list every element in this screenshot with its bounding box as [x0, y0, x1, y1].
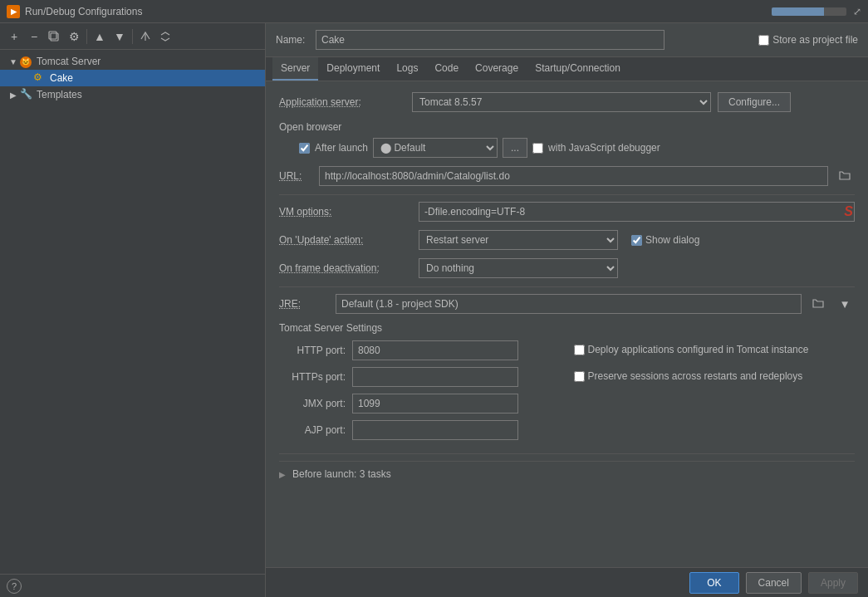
url-label: URL:: [279, 170, 312, 182]
cake-icon: ⚙: [33, 71, 47, 85]
name-input[interactable]: [316, 30, 664, 50]
jmx-port-label: JMX port:: [279, 398, 346, 409]
deploy-check-area: Deploy applications configured in Tomcat…: [574, 344, 809, 355]
sidebar-item-templates[interactable]: ▶ 🔧 Templates: [0, 86, 265, 103]
svg-rect-1: [49, 32, 56, 39]
templates-arrow[interactable]: ▶: [7, 88, 20, 101]
sort-button[interactable]: [156, 27, 174, 46]
browser-row: After launch ⬤ Default ... with JavaScri…: [279, 138, 855, 158]
move-up-button[interactable]: ▲: [91, 27, 109, 46]
tab-logs[interactable]: Logs: [388, 57, 426, 81]
tomcat-server-icon: 🐱: [20, 55, 33, 68]
store-label: Store as project file: [772, 34, 858, 46]
https-port-label: HTTPs port:: [279, 371, 346, 383]
vm-input[interactable]: [419, 202, 855, 222]
https-port-input[interactable]: [352, 367, 518, 387]
tomcat-settings-title: Tomcat Server Settings: [279, 322, 855, 334]
on-update-select[interactable]: Restart server: [419, 230, 618, 250]
tab-deployment[interactable]: Deployment: [318, 57, 388, 81]
browser-more-button[interactable]: ...: [503, 138, 527, 158]
on-frame-row: On frame deactivation: Do nothing: [279, 258, 855, 278]
after-launch-checkbox[interactable]: [299, 143, 310, 154]
preserve-label: Preserve sessions across restarts and re…: [588, 370, 803, 382]
http-port-row: HTTP port:: [279, 340, 561, 360]
copy-button[interactable]: [45, 27, 63, 46]
name-label: Name:: [276, 34, 309, 46]
sidebar-toolbar: + − ⚙ ▲ ▼: [0, 23, 265, 50]
sidebar-item-cake[interactable]: ⚙ Cake: [0, 70, 265, 86]
svg-rect-0: [51, 33, 58, 41]
vm-input-wrapper: S: [419, 202, 855, 222]
jmx-port-row: JMX port:: [279, 394, 561, 413]
on-frame-label: On frame deactivation:: [279, 262, 412, 274]
apply-button: Apply: [808, 572, 858, 594]
preserve-check-area: Preserve sessions across restarts and re…: [574, 370, 803, 382]
tab-code[interactable]: Code: [426, 57, 467, 81]
js-debugger-label: with JavaScript debugger: [548, 142, 660, 154]
cake-indent: [7, 71, 33, 85]
ajp-port-label: AJP port:: [279, 424, 346, 436]
sidebar: + − ⚙ ▲ ▼: [0, 23, 266, 597]
form-content: Application server: Tomcat 8.5.57 Config…: [266, 81, 868, 567]
help-button[interactable]: ?: [7, 579, 22, 594]
title-text: Run/Debug Configurations: [25, 6, 142, 17]
preserve-checkbox[interactable]: [574, 371, 585, 382]
share-button[interactable]: [136, 27, 154, 46]
before-launch-section: ▶ Before launch: 3 tasks: [279, 461, 855, 480]
on-frame-select[interactable]: Do nothing: [419, 258, 618, 278]
ok-button[interactable]: OK: [689, 572, 738, 594]
jre-input[interactable]: [336, 294, 802, 314]
configure-button[interactable]: Configure...: [718, 92, 791, 112]
toolbar-separator: [86, 29, 87, 44]
store-checkbox[interactable]: [758, 35, 769, 46]
http-port-input[interactable]: [352, 340, 518, 360]
tab-startup[interactable]: Startup/Connection: [527, 57, 629, 81]
url-row: URL:: [279, 166, 855, 186]
https-port-row: HTTPs port:: [279, 367, 561, 387]
vm-options-row: VM options: S: [279, 202, 855, 222]
js-debugger-checkbox[interactable]: [532, 143, 543, 154]
progress-bar: [772, 7, 846, 16]
sidebar-tree: ▼ 🐱 Tomcat Server ⚙ Cake ▶ 🔧 Te: [0, 50, 265, 574]
sidebar-item-label: Templates: [37, 89, 82, 100]
jre-folder-button[interactable]: [808, 294, 828, 314]
jre-chevron-button[interactable]: ▼: [835, 294, 855, 314]
vm-label: VM options:: [279, 206, 412, 218]
open-browser-section: Open browser After launch ⬤ Default ... …: [279, 121, 855, 158]
bottom-bar: OK Cancel Apply: [266, 567, 868, 597]
jmx-port-input[interactable]: [352, 394, 518, 413]
cancel-button[interactable]: Cancel: [746, 572, 802, 594]
url-input[interactable]: [319, 166, 828, 186]
show-dialog-checkbox[interactable]: [631, 235, 642, 246]
remove-button[interactable]: −: [25, 27, 43, 46]
app-server-label: Application server:: [279, 96, 412, 108]
move-down-button[interactable]: ▼: [110, 27, 129, 46]
before-launch-arrow[interactable]: ▶: [279, 470, 286, 479]
settings-button[interactable]: ⚙: [65, 27, 83, 46]
sidebar-item-tomcat-server[interactable]: ▼ 🐱 Tomcat Server: [0, 53, 265, 70]
tab-coverage[interactable]: Coverage: [467, 57, 527, 81]
progress-fill: [772, 7, 824, 16]
show-dialog-area: Show dialog: [631, 234, 699, 246]
app-icon: ▶: [7, 5, 20, 18]
deploy-checkbox[interactable]: [574, 345, 585, 355]
open-browser-label: Open browser: [279, 121, 855, 133]
port-grid: HTTP port: Deploy applications configure…: [279, 340, 855, 440]
store-checkbox-area: Store as project file: [758, 34, 858, 46]
expand-icon[interactable]: ⤢: [853, 6, 861, 17]
jre-row: JRE: ▼: [279, 294, 855, 314]
app-server-select[interactable]: Tomcat 8.5.57: [412, 92, 711, 112]
before-launch-text: Before launch: 3 tasks: [292, 468, 391, 480]
ajp-port-input[interactable]: [352, 420, 518, 440]
sidebar-footer: ?: [0, 574, 265, 597]
add-button[interactable]: +: [5, 27, 23, 46]
browser-select[interactable]: ⬤ Default: [373, 138, 498, 158]
tab-server[interactable]: Server: [272, 57, 318, 81]
url-folder-button[interactable]: [835, 166, 855, 186]
deploy-label: Deploy applications configured in Tomcat…: [588, 344, 809, 355]
sidebar-item-label: Cake: [50, 72, 73, 84]
http-port-label: HTTP port:: [279, 345, 346, 356]
expand-arrow[interactable]: ▼: [7, 55, 20, 68]
preserve-row: Preserve sessions across restarts and re…: [574, 367, 856, 387]
divider1: [279, 194, 855, 195]
